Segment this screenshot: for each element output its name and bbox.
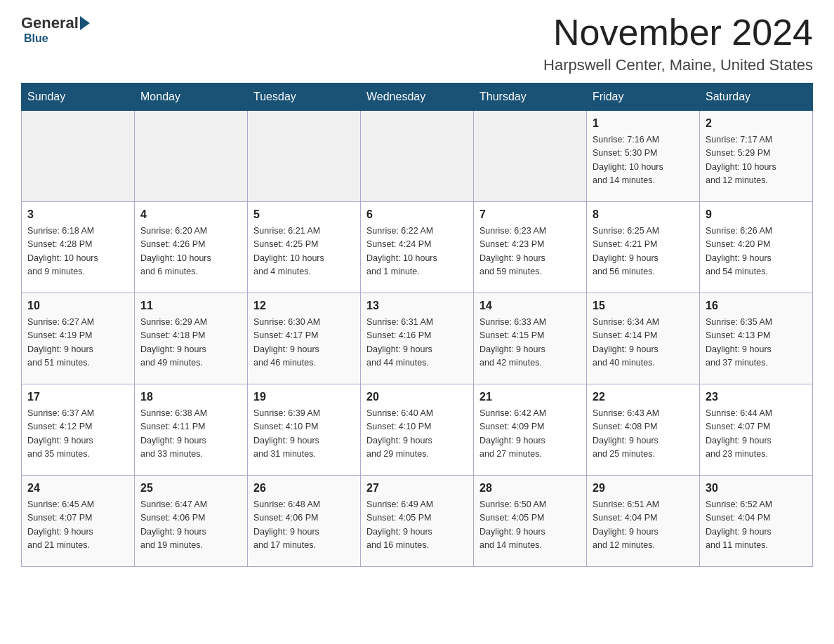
day-number: 21	[479, 389, 581, 405]
day-info: Sunrise: 6:48 AM Sunset: 4:06 PM Dayligh…	[253, 498, 355, 553]
calendar-header: SundayMondayTuesdayWednesdayThursdayFrid…	[22, 83, 813, 111]
day-info: Sunrise: 6:52 AM Sunset: 4:04 PM Dayligh…	[706, 498, 807, 553]
day-info: Sunrise: 6:39 AM Sunset: 4:10 PM Dayligh…	[253, 407, 355, 462]
calendar-week-row: 17Sunrise: 6:37 AM Sunset: 4:12 PM Dayli…	[22, 384, 813, 476]
logo-blue: Blue	[24, 32, 48, 44]
day-number: 27	[366, 480, 468, 497]
weekday-header-monday: Monday	[135, 83, 248, 111]
day-number: 3	[27, 206, 128, 223]
day-number: 8	[593, 206, 694, 223]
day-number: 7	[479, 206, 581, 223]
calendar-cell: 2Sunrise: 7:17 AM Sunset: 5:29 PM Daylig…	[700, 111, 813, 202]
day-number: 11	[140, 297, 241, 314]
calendar-cell: 17Sunrise: 6:37 AM Sunset: 4:12 PM Dayli…	[22, 384, 135, 476]
logo-general: General	[21, 14, 79, 32]
calendar-cell	[361, 111, 474, 202]
day-info: Sunrise: 6:51 AM Sunset: 4:04 PM Dayligh…	[593, 498, 694, 553]
title-block: November 2024 Harpswell Center, Maine, U…	[543, 14, 813, 74]
day-info: Sunrise: 6:33 AM Sunset: 4:15 PM Dayligh…	[479, 316, 581, 370]
calendar-week-row: 1Sunrise: 7:16 AM Sunset: 5:30 PM Daylig…	[22, 111, 813, 202]
calendar-cell: 30Sunrise: 6:52 AM Sunset: 4:04 PM Dayli…	[700, 476, 813, 567]
calendar-cell: 23Sunrise: 6:44 AM Sunset: 4:07 PM Dayli…	[700, 384, 813, 476]
day-info: Sunrise: 6:26 AM Sunset: 4:20 PM Dayligh…	[706, 224, 807, 279]
day-info: Sunrise: 6:43 AM Sunset: 4:08 PM Dayligh…	[593, 407, 694, 462]
day-number: 1	[593, 115, 694, 132]
calendar-cell	[474, 111, 587, 202]
day-info: Sunrise: 6:34 AM Sunset: 4:14 PM Dayligh…	[593, 316, 694, 370]
calendar-week-row: 10Sunrise: 6:27 AM Sunset: 4:19 PM Dayli…	[22, 293, 813, 384]
day-info: Sunrise: 6:38 AM Sunset: 4:11 PM Dayligh…	[140, 407, 241, 462]
calendar-cell: 11Sunrise: 6:29 AM Sunset: 4:18 PM Dayli…	[135, 293, 248, 384]
calendar-cell: 3Sunrise: 6:18 AM Sunset: 4:28 PM Daylig…	[22, 202, 135, 293]
calendar-cell: 12Sunrise: 6:30 AM Sunset: 4:17 PM Dayli…	[248, 293, 361, 384]
day-info: Sunrise: 6:49 AM Sunset: 4:05 PM Dayligh…	[366, 498, 468, 553]
day-info: Sunrise: 6:31 AM Sunset: 4:16 PM Dayligh…	[366, 316, 468, 370]
calendar-title: November 2024	[543, 14, 813, 51]
calendar-cell: 14Sunrise: 6:33 AM Sunset: 4:15 PM Dayli…	[474, 293, 587, 384]
calendar-week-row: 3Sunrise: 6:18 AM Sunset: 4:28 PM Daylig…	[22, 202, 813, 293]
calendar-cell: 1Sunrise: 7:16 AM Sunset: 5:30 PM Daylig…	[587, 111, 700, 202]
day-number: 12	[253, 297, 355, 314]
day-info: Sunrise: 6:29 AM Sunset: 4:18 PM Dayligh…	[140, 316, 241, 370]
logo-arrow-icon	[80, 16, 90, 30]
calendar-body: 1Sunrise: 7:16 AM Sunset: 5:30 PM Daylig…	[22, 111, 813, 567]
calendar-table: SundayMondayTuesdayWednesdayThursdayFrid…	[21, 83, 813, 567]
calendar-cell	[135, 111, 248, 202]
day-number: 2	[706, 115, 807, 132]
calendar-cell: 10Sunrise: 6:27 AM Sunset: 4:19 PM Dayli…	[22, 293, 135, 384]
calendar-cell: 27Sunrise: 6:49 AM Sunset: 4:05 PM Dayli…	[361, 476, 474, 567]
day-info: Sunrise: 6:47 AM Sunset: 4:06 PM Dayligh…	[140, 498, 241, 553]
calendar-cell: 18Sunrise: 6:38 AM Sunset: 4:11 PM Dayli…	[135, 384, 248, 476]
weekday-header-tuesday: Tuesday	[248, 83, 361, 111]
day-info: Sunrise: 6:21 AM Sunset: 4:25 PM Dayligh…	[253, 224, 355, 279]
calendar-cell: 25Sunrise: 6:47 AM Sunset: 4:06 PM Dayli…	[135, 476, 248, 567]
day-number: 29	[593, 480, 694, 497]
logo: General Blue	[21, 14, 91, 45]
day-info: Sunrise: 6:42 AM Sunset: 4:09 PM Dayligh…	[479, 407, 581, 462]
day-number: 16	[706, 297, 807, 314]
calendar-cell: 20Sunrise: 6:40 AM Sunset: 4:10 PM Dayli…	[361, 384, 474, 476]
calendar-cell: 21Sunrise: 6:42 AM Sunset: 4:09 PM Dayli…	[474, 384, 587, 476]
day-number: 9	[706, 206, 807, 223]
day-info: Sunrise: 6:44 AM Sunset: 4:07 PM Dayligh…	[706, 407, 807, 462]
day-number: 6	[366, 206, 468, 223]
day-info: Sunrise: 7:17 AM Sunset: 5:29 PM Dayligh…	[706, 133, 807, 188]
calendar-cell: 9Sunrise: 6:26 AM Sunset: 4:20 PM Daylig…	[700, 202, 813, 293]
day-info: Sunrise: 6:22 AM Sunset: 4:24 PM Dayligh…	[366, 224, 468, 279]
day-info: Sunrise: 6:23 AM Sunset: 4:23 PM Dayligh…	[479, 224, 581, 279]
weekday-header-row: SundayMondayTuesdayWednesdayThursdayFrid…	[22, 83, 813, 111]
calendar-week-row: 24Sunrise: 6:45 AM Sunset: 4:07 PM Dayli…	[22, 476, 813, 567]
calendar-cell: 7Sunrise: 6:23 AM Sunset: 4:23 PM Daylig…	[474, 202, 587, 293]
day-number: 5	[253, 206, 355, 223]
day-info: Sunrise: 6:40 AM Sunset: 4:10 PM Dayligh…	[366, 407, 468, 462]
day-number: 15	[593, 297, 694, 314]
day-number: 13	[366, 297, 468, 314]
calendar-cell: 16Sunrise: 6:35 AM Sunset: 4:13 PM Dayli…	[700, 293, 813, 384]
day-info: Sunrise: 6:30 AM Sunset: 4:17 PM Dayligh…	[253, 316, 355, 370]
calendar-cell: 6Sunrise: 6:22 AM Sunset: 4:24 PM Daylig…	[361, 202, 474, 293]
day-number: 28	[479, 480, 581, 497]
day-info: Sunrise: 6:20 AM Sunset: 4:26 PM Dayligh…	[140, 224, 241, 279]
day-number: 30	[706, 480, 807, 497]
calendar-cell: 19Sunrise: 6:39 AM Sunset: 4:10 PM Dayli…	[248, 384, 361, 476]
calendar-cell	[22, 111, 135, 202]
weekday-header-friday: Friday	[587, 83, 700, 111]
day-number: 24	[27, 480, 128, 497]
calendar-cell: 29Sunrise: 6:51 AM Sunset: 4:04 PM Dayli…	[587, 476, 700, 567]
day-info: Sunrise: 6:35 AM Sunset: 4:13 PM Dayligh…	[706, 316, 807, 370]
day-info: Sunrise: 6:18 AM Sunset: 4:28 PM Dayligh…	[27, 224, 128, 279]
calendar-cell: 15Sunrise: 6:34 AM Sunset: 4:14 PM Dayli…	[587, 293, 700, 384]
calendar-cell: 5Sunrise: 6:21 AM Sunset: 4:25 PM Daylig…	[248, 202, 361, 293]
weekday-header-sunday: Sunday	[22, 83, 135, 111]
day-number: 17	[27, 389, 128, 405]
calendar-cell: 26Sunrise: 6:48 AM Sunset: 4:06 PM Dayli…	[248, 476, 361, 567]
day-info: Sunrise: 6:37 AM Sunset: 4:12 PM Dayligh…	[27, 407, 128, 462]
day-number: 22	[593, 389, 694, 405]
calendar-subtitle: Harpswell Center, Maine, United States	[543, 56, 813, 74]
calendar-cell: 8Sunrise: 6:25 AM Sunset: 4:21 PM Daylig…	[587, 202, 700, 293]
day-info: Sunrise: 6:45 AM Sunset: 4:07 PM Dayligh…	[27, 498, 128, 553]
day-number: 20	[366, 389, 468, 405]
day-info: Sunrise: 7:16 AM Sunset: 5:30 PM Dayligh…	[593, 133, 694, 188]
day-number: 19	[253, 389, 355, 405]
day-info: Sunrise: 6:27 AM Sunset: 4:19 PM Dayligh…	[27, 316, 128, 370]
